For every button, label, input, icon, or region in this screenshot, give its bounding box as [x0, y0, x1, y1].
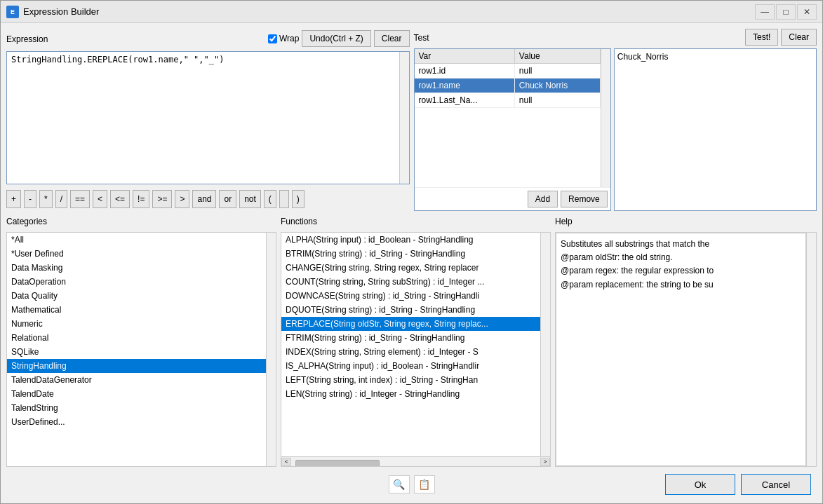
table-row[interactable]: row1.id null: [415, 64, 601, 79]
list-item[interactable]: UserDefined...: [7, 415, 266, 429]
list-item[interactable]: LEFT(String string, int index) : id_Stri…: [281, 373, 540, 387]
list-item[interactable]: INDEX(String string, String element) : i…: [281, 345, 540, 359]
help-label: Help: [555, 215, 817, 229]
list-item[interactable]: LEN(String string) : id_Integer - String…: [281, 387, 540, 401]
list-item[interactable]: *User Defined: [7, 247, 266, 261]
expression-editor-wrapper: StringHandling.EREPLACE(row1.name," ","_…: [6, 51, 410, 184]
functions-list[interactable]: ALPHA(String input) : id_Boolean - Strin…: [281, 233, 540, 456]
list-item[interactable]: TalendString: [7, 401, 266, 415]
table-body: row1.id null row1.name Chuck Norris: [415, 64, 601, 108]
op-space[interactable]: [279, 190, 289, 208]
help-text: Substitutes all substrings that match th…: [556, 233, 806, 466]
bottom-bar: 🔍 📋 Ok Cancel: [6, 471, 817, 498]
bottom-action-buttons: Ok Cancel: [435, 474, 812, 495]
hscroll-thumb[interactable]: [295, 460, 380, 467]
list-item[interactable]: Relational: [7, 331, 266, 345]
hscroll-right-btn[interactable]: >: [540, 458, 550, 466]
op-neq[interactable]: !=: [133, 190, 149, 208]
op-open-paren[interactable]: (: [264, 190, 276, 208]
op-not[interactable]: not: [239, 190, 261, 208]
expr-vscroll[interactable]: [399, 52, 409, 184]
categories-panel: Categories *All *User Defined Data Maski…: [6, 215, 276, 467]
maximize-button[interactable]: □: [776, 4, 796, 20]
list-item[interactable]: ALPHA(String input) : id_Boolean - Strin…: [281, 233, 540, 247]
op-and[interactable]: and: [192, 190, 216, 208]
categories-list[interactable]: *All *User Defined Data Masking DataOper…: [7, 233, 266, 466]
list-item[interactable]: Mathematical: [7, 303, 266, 317]
op-plus[interactable]: +: [6, 190, 21, 208]
clipboard-icon-button[interactable]: 📋: [414, 475, 435, 493]
list-item-ereplace[interactable]: EREPLACE(String oldStr, String regex, St…: [281, 317, 540, 331]
list-item[interactable]: *All: [7, 233, 266, 247]
op-multiply[interactable]: *: [39, 190, 53, 208]
expression-editor[interactable]: StringHandling.EREPLACE(row1.name," ","_…: [7, 52, 399, 184]
list-item[interactable]: IS_ALPHA(String input) : id_Boolean - St…: [281, 359, 540, 373]
ok-button[interactable]: Ok: [665, 474, 735, 495]
top-panels: Expression Wrap Undo(Ctrl + Z) Clear Str…: [6, 29, 817, 211]
list-item[interactable]: SQLike: [7, 345, 266, 359]
search-icon-button[interactable]: 🔍: [389, 475, 410, 493]
functions-scroll-area: ALPHA(String input) : id_Boolean - Strin…: [281, 233, 550, 456]
list-item[interactable]: CHANGE(String string, String regex, Stri…: [281, 261, 540, 275]
table-row[interactable]: row1.name Chuck Norris: [415, 79, 601, 93]
table-vscroll[interactable]: [601, 49, 610, 187]
test-clear-button[interactable]: Clear: [781, 29, 817, 46]
functions-list-wrapper: ALPHA(String input) : id_Boolean - Strin…: [281, 232, 551, 467]
list-item[interactable]: DataOperation: [7, 275, 266, 289]
undo-button[interactable]: Undo(Ctrl + Z): [302, 30, 370, 47]
list-item[interactable]: COUNT(String string, String subString) :…: [281, 275, 540, 289]
help-vscroll[interactable]: [806, 233, 816, 466]
bottom-icons: 🔍 📋: [389, 475, 435, 493]
operators-row: + - * / == < <= != >= > and or not ( ): [6, 187, 410, 211]
minimize-button[interactable]: —: [755, 4, 775, 20]
var-cell: row1.name: [415, 79, 515, 93]
op-close-paren[interactable]: ): [292, 190, 305, 208]
value-column-header: Value: [514, 49, 600, 64]
add-button[interactable]: Add: [528, 191, 558, 207]
list-item[interactable]: FTRIM(String string) : id_String - Strin…: [281, 331, 540, 345]
op-gt[interactable]: >: [175, 190, 189, 208]
op-divide[interactable]: /: [55, 190, 67, 208]
var-table-scroll[interactable]: Var Value row1.id null: [415, 49, 601, 187]
list-item[interactable]: BTRIM(String string) : id_String - Strin…: [281, 247, 540, 261]
categories-vscroll[interactable]: [266, 233, 276, 466]
list-item[interactable]: Data Masking: [7, 261, 266, 275]
remove-button[interactable]: Remove: [561, 191, 608, 207]
test-button[interactable]: Test!: [745, 29, 778, 46]
op-lt[interactable]: <: [93, 190, 107, 208]
app-icon: E: [6, 6, 19, 18]
table-header: Var Value: [415, 49, 601, 64]
expression-value: StringHandling.EREPLACE(row1.name," ","_…: [10, 53, 225, 66]
var-column-header: Var: [415, 49, 515, 64]
test-toolbar: Test! Clear: [745, 29, 817, 46]
hscroll-left-btn[interactable]: <: [281, 458, 291, 466]
test-panel-inner: Var Value row1.id null: [414, 48, 817, 211]
wrap-checkbox[interactable]: [268, 34, 277, 43]
op-eq[interactable]: ==: [70, 190, 90, 208]
value-cell: null: [514, 93, 600, 108]
op-minus[interactable]: -: [24, 190, 36, 208]
expression-clear-button[interactable]: Clear: [374, 30, 410, 47]
list-item-stringhandling[interactable]: StringHandling: [7, 359, 266, 373]
list-item[interactable]: Data Quality: [7, 289, 266, 303]
wrap-checkbox-label[interactable]: Wrap: [268, 34, 299, 43]
table-row[interactable]: row1.Last_Na... null: [415, 93, 601, 108]
test-output: Chuck_Norris: [614, 48, 817, 211]
expression-label: Expression: [6, 32, 52, 46]
cancel-button[interactable]: Cancel: [741, 474, 811, 495]
list-item[interactable]: TalendDataGenerator: [7, 373, 266, 387]
op-lte[interactable]: <=: [110, 190, 130, 208]
main-content: Expression Wrap Undo(Ctrl + Z) Clear Str…: [1, 23, 822, 503]
value-cell: Chuck Norris: [514, 79, 600, 93]
close-button[interactable]: ✕: [797, 4, 817, 20]
functions-hscroll[interactable]: < >: [281, 456, 550, 466]
op-gte[interactable]: >=: [152, 190, 172, 208]
list-item[interactable]: TalendDate: [7, 387, 266, 401]
list-item[interactable]: Numeric: [7, 317, 266, 331]
op-or[interactable]: or: [219, 190, 236, 208]
expression-section: Expression Wrap Undo(Ctrl + Z) Clear Str…: [6, 29, 410, 211]
help-panel: Help Substitutes all substrings that mat…: [555, 215, 817, 467]
functions-vscroll[interactable]: [540, 233, 550, 456]
list-item[interactable]: DOWNCASE(String string) : id_String - St…: [281, 289, 540, 303]
list-item[interactable]: DQUOTE(String string) : id_String - Stri…: [281, 303, 540, 317]
